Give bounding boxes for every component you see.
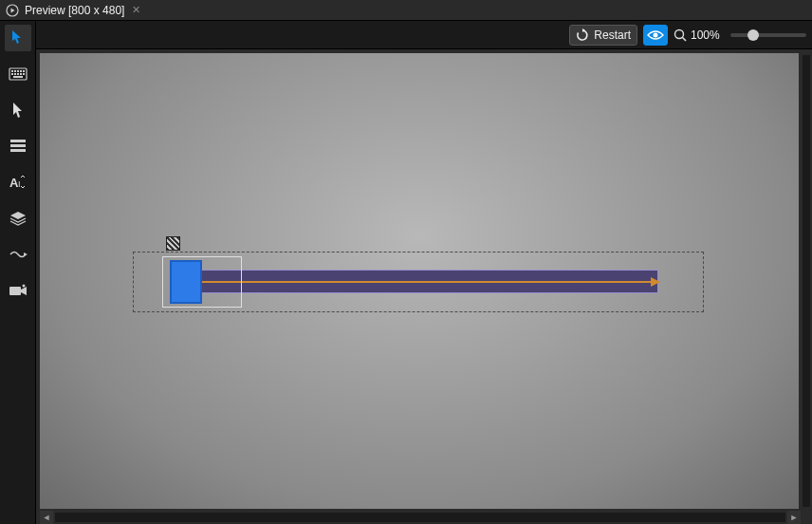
svg-rect-5 <box>17 70 19 72</box>
svg-marker-1 <box>11 8 15 12</box>
tool-keyboard[interactable] <box>5 61 31 87</box>
magnifier-icon <box>674 28 687 42</box>
svg-rect-12 <box>23 73 25 75</box>
svg-marker-22 <box>21 287 27 295</box>
play-icon <box>6 4 19 17</box>
restart-label: Restart <box>594 28 631 42</box>
preview-toolbar: Restart 100% <box>36 21 812 49</box>
svg-rect-4 <box>14 70 16 72</box>
svg-rect-7 <box>23 70 25 72</box>
scroll-right-icon[interactable]: ► <box>787 511 801 524</box>
svg-point-26 <box>675 29 684 38</box>
svg-rect-6 <box>20 70 22 72</box>
tool-hand-pointer[interactable] <box>5 25 31 51</box>
scrollbar-h-track[interactable] <box>55 513 785 522</box>
restart-icon <box>576 28 589 42</box>
svg-point-23 <box>22 285 25 288</box>
svg-text:I: I <box>18 179 21 189</box>
tool-strip: AI <box>0 21 36 524</box>
selection-bounds <box>162 256 242 308</box>
svg-line-27 <box>683 37 687 41</box>
svg-marker-19 <box>10 212 26 219</box>
visibility-button[interactable] <box>643 25 668 46</box>
scrollbar-vertical[interactable] <box>801 53 812 509</box>
svg-rect-9 <box>14 73 16 75</box>
tool-layers[interactable] <box>5 205 31 232</box>
scrollbar-v-track[interactable] <box>803 55 810 507</box>
tool-transition[interactable] <box>5 241 31 268</box>
svg-rect-16 <box>10 149 26 152</box>
tool-text[interactable]: AI <box>5 169 31 196</box>
svg-rect-21 <box>9 287 21 295</box>
svg-rect-8 <box>11 73 13 75</box>
scroll-left-icon[interactable]: ◄ <box>40 511 53 524</box>
content-column: Restart 100% <box>36 21 812 524</box>
tool-grid[interactable] <box>5 133 31 159</box>
window-title: Preview [800 x 480] <box>25 4 124 17</box>
canvas-wrap: ◄ ► <box>36 49 812 524</box>
preview-canvas[interactable] <box>40 53 799 509</box>
zoom-slider-thumb[interactable] <box>747 29 759 41</box>
svg-point-25 <box>654 32 658 37</box>
motion-path-arrow <box>182 281 659 283</box>
svg-rect-3 <box>11 70 13 72</box>
svg-marker-20 <box>24 253 28 256</box>
restart-button[interactable]: Restart <box>569 25 637 46</box>
zoom-control: 100% <box>674 28 806 42</box>
svg-rect-11 <box>20 73 22 75</box>
close-tab-button[interactable]: ✕ <box>132 4 140 16</box>
tool-pointer[interactable] <box>5 97 31 123</box>
transform-handle[interactable] <box>166 236 180 251</box>
titlebar: Preview [800 x 480] ✕ <box>0 0 812 21</box>
zoom-value: 100% <box>691 28 723 42</box>
tool-camera[interactable] <box>5 277 31 304</box>
main-area: AI Restart 100% <box>0 21 812 524</box>
scrollbar-horizontal[interactable]: ◄ ► <box>40 511 801 524</box>
svg-rect-13 <box>13 76 23 78</box>
eye-icon <box>647 29 664 41</box>
svg-rect-10 <box>17 73 19 75</box>
svg-rect-15 <box>10 144 26 147</box>
zoom-slider[interactable] <box>730 33 806 37</box>
svg-rect-14 <box>10 140 26 142</box>
toolbar-right: Restart 100% <box>569 25 806 46</box>
